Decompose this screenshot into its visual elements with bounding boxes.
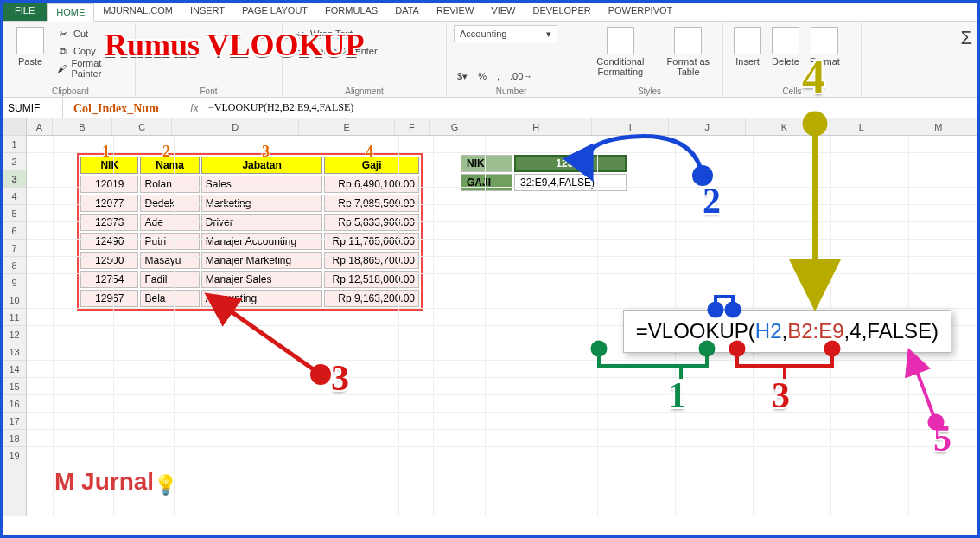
row-header[interactable]: 8 xyxy=(3,257,26,274)
tab-pagelayout[interactable]: PAGE LAYOUT xyxy=(233,3,316,21)
col-index-num-badge: Col_Index_Num xyxy=(73,102,159,116)
zoom-rng: B2:E9 xyxy=(787,319,843,343)
row-header[interactable]: 19 xyxy=(3,447,26,464)
tab-insert[interactable]: INSERT xyxy=(181,3,233,21)
scissors-icon: ✂ xyxy=(56,27,70,41)
row-header[interactable]: 9 xyxy=(3,274,26,291)
col-header[interactable]: A xyxy=(27,118,53,135)
row-header[interactable]: 11 xyxy=(3,309,26,326)
cut-label: Cut xyxy=(73,29,88,39)
cond-format-icon xyxy=(607,27,634,54)
lightbulb-icon: 💡 xyxy=(154,474,177,496)
col-header[interactable]: E xyxy=(299,118,395,135)
insert-cells-button[interactable]: Insert xyxy=(730,25,765,68)
watermark: M Jurnal💡 xyxy=(54,468,177,496)
col-header[interactable]: J xyxy=(669,118,746,135)
row-header[interactable]: 13 xyxy=(3,343,26,361)
row-header[interactable]: 15 xyxy=(3,378,26,395)
small-index-1: 1 xyxy=(102,143,110,161)
tab-home[interactable]: HOME xyxy=(47,3,94,22)
column-headers[interactable]: ABCDEFGHIJKLM xyxy=(27,118,977,136)
tab-data[interactable]: DATA xyxy=(386,3,428,21)
row-header[interactable]: 16 xyxy=(3,395,26,413)
col-header[interactable]: G xyxy=(430,118,480,135)
annot-number-3b: 3 xyxy=(772,375,790,416)
clipboard-icon xyxy=(16,27,44,54)
group-styles: Conditional Formatting Format as Table S… xyxy=(576,23,723,97)
row-header[interactable]: 18 xyxy=(3,430,26,447)
small-index-3: 3 xyxy=(262,143,270,161)
col-header[interactable]: I xyxy=(592,118,669,135)
row-header[interactable]: 4 xyxy=(3,188,26,205)
fmtas-label: Format as Table xyxy=(665,56,712,77)
format-as-table-button[interactable]: Format as Table xyxy=(661,25,716,79)
copy-label: Copy xyxy=(73,46,96,56)
ribbon-tabs: FILE HOME MJURNAL.COM INSERT PAGE LAYOUT… xyxy=(3,3,977,22)
conditional-formatting-button[interactable]: Conditional Formatting xyxy=(583,25,658,79)
tab-formulas[interactable]: FORMULAS xyxy=(316,3,386,21)
fx-icon[interactable]: fx xyxy=(184,102,205,114)
autosum-icon[interactable]: Σ xyxy=(960,27,972,49)
paste-button[interactable]: Paste xyxy=(13,25,48,77)
group-cells: Insert Delete Format Cells xyxy=(723,23,862,97)
col-header[interactable]: H xyxy=(480,118,592,135)
col-header[interactable]: C xyxy=(112,118,172,135)
brush-icon: 🖌 xyxy=(56,61,68,75)
paste-label: Paste xyxy=(18,56,42,67)
row-header[interactable]: 6 xyxy=(3,222,26,240)
small-index-4: 4 xyxy=(366,143,373,161)
tab-powerpivot[interactable]: POWERPIVOT xyxy=(600,3,682,21)
tab-review[interactable]: REVIEW xyxy=(428,3,482,21)
col-header[interactable]: D xyxy=(172,118,299,135)
insert-label: Insert xyxy=(735,56,760,67)
name-box[interactable]: SUMIF xyxy=(3,98,63,118)
numfmt-label: Accounting xyxy=(460,29,506,39)
percent-button[interactable]: % xyxy=(474,67,490,85)
row-header[interactable]: 17 xyxy=(3,413,26,430)
col-header[interactable]: B xyxy=(53,118,112,135)
currency-button[interactable]: $▾ xyxy=(454,67,471,85)
annot-number-3a: 3 xyxy=(331,357,349,399)
tab-view[interactable]: VIEW xyxy=(482,3,524,21)
group-label-number: Number xyxy=(447,86,576,96)
row-header[interactable]: 14 xyxy=(3,361,26,378)
col-header[interactable]: L xyxy=(824,118,900,135)
comma-button[interactable]: , xyxy=(493,67,503,85)
table-icon xyxy=(674,27,702,54)
delete-cells-button[interactable]: Delete xyxy=(768,25,803,68)
tab-file[interactable]: FILE xyxy=(3,3,47,21)
row-header[interactable]: 10 xyxy=(3,291,26,309)
col-header[interactable]: F xyxy=(395,118,430,135)
row-header[interactable]: 1 xyxy=(3,136,26,153)
inc-decimal-button[interactable]: .00→ xyxy=(506,67,536,85)
row-headers[interactable]: 12345678910111213141516171819 xyxy=(3,118,27,516)
delete-icon xyxy=(772,27,799,54)
tab-developer[interactable]: DEVELOPER xyxy=(524,3,599,21)
group-label-styles: Styles xyxy=(576,86,722,96)
group-label-cells: Cells xyxy=(723,86,861,96)
copy-icon: ⧉ xyxy=(56,44,70,58)
annot-number-5: 5 xyxy=(933,418,951,459)
zoom-false: FALSE) xyxy=(867,319,939,343)
row-header[interactable]: 7 xyxy=(3,240,26,257)
col-header[interactable]: M xyxy=(900,118,977,135)
row-header[interactable]: 2 xyxy=(3,153,26,170)
row-header[interactable]: 12 xyxy=(3,326,26,343)
small-index-2: 2 xyxy=(162,143,170,161)
annot-number-2: 2 xyxy=(703,180,721,221)
tab-mjurnal[interactable]: MJURNAL.COM xyxy=(94,3,181,21)
col-header[interactable]: K xyxy=(746,118,823,135)
group-label-font: Font xyxy=(136,86,282,96)
chevron-down-icon: ▾ xyxy=(546,29,551,40)
overlay-title: Rumus VLOOKUP xyxy=(105,27,364,63)
annot-number-1: 1 xyxy=(668,375,686,416)
row-header[interactable]: 3 xyxy=(3,170,26,188)
cond-label: Conditional Formatting xyxy=(587,56,654,77)
group-label-align: Alignment xyxy=(283,86,446,96)
delete-label: Delete xyxy=(772,56,799,67)
zoom-pre: =VLOOKUP( xyxy=(636,319,755,343)
group-label-clipboard: Clipboard xyxy=(6,86,135,96)
formula-input[interactable]: =VLOOKUP(H2,B2:E9,4,FALSE) xyxy=(205,101,977,114)
number-format-dropdown[interactable]: Accounting▾ xyxy=(454,25,557,42)
row-header[interactable]: 5 xyxy=(3,205,26,222)
